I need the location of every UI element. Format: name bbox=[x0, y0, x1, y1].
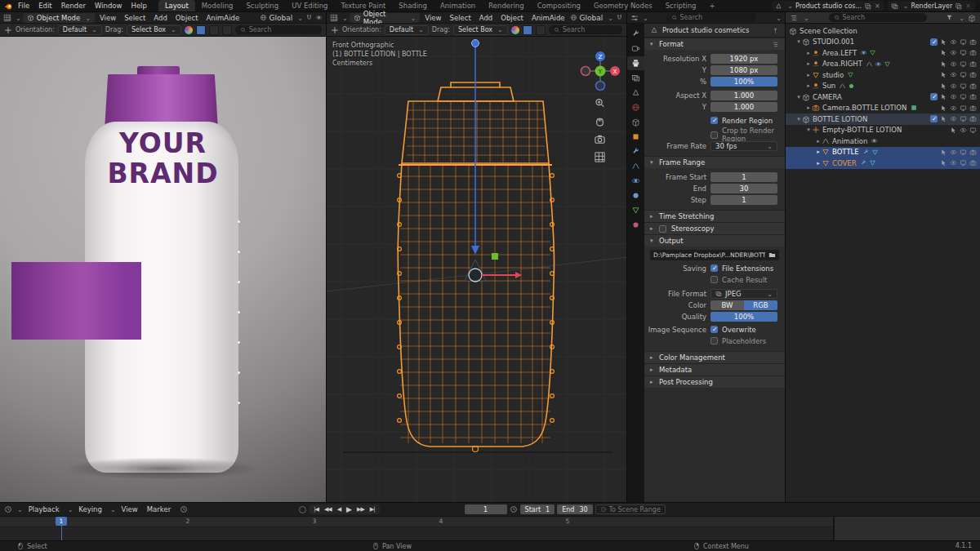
color-bw-button[interactable]: BW bbox=[710, 300, 744, 310]
pin-icon[interactable] bbox=[772, 27, 779, 34]
menu-select[interactable]: Select bbox=[121, 14, 149, 22]
render-disable-icon[interactable] bbox=[969, 93, 977, 100]
viewport-disable-icon[interactable] bbox=[960, 149, 967, 156]
tab-constraints[interactable] bbox=[627, 189, 644, 202]
menu-marker[interactable]: Marker bbox=[144, 505, 174, 513]
toolsettings-search[interactable]: Search bbox=[549, 25, 622, 34]
crop-render-region-checkbox[interactable] bbox=[710, 131, 718, 139]
shading-toggle-solid[interactable] bbox=[523, 25, 532, 35]
panel-format-header[interactable]: ▾Format bbox=[644, 38, 785, 50]
expand-icon[interactable]: ▸ bbox=[805, 60, 812, 67]
transform-orientation[interactable]: Global bbox=[270, 14, 293, 22]
hide-icon[interactable] bbox=[950, 49, 957, 56]
tab-compositing[interactable]: Compositing bbox=[531, 0, 587, 11]
menu-view[interactable]: View bbox=[96, 14, 119, 22]
expand-icon[interactable]: ▸ bbox=[815, 149, 822, 155]
viewport-disable-icon[interactable] bbox=[960, 38, 967, 46]
timeline-editor-icon[interactable] bbox=[4, 505, 12, 513]
new-scene-icon[interactable] bbox=[864, 2, 871, 10]
tab-animation[interactable]: Animation bbox=[434, 0, 482, 11]
new-view-layer-icon[interactable] bbox=[955, 2, 962, 10]
panel-post-processing-header[interactable]: ▸Post Processing bbox=[644, 375, 785, 388]
tab-view-layer[interactable] bbox=[627, 71, 644, 85]
properties-search[interactable]: Search bbox=[666, 13, 756, 22]
expand-icon[interactable]: ▸ bbox=[815, 138, 822, 144]
shading-toggle-solid[interactable] bbox=[196, 25, 206, 35]
menu-add[interactable]: Add bbox=[150, 14, 170, 22]
viewport-disable-icon[interactable] bbox=[960, 60, 967, 68]
hide-icon[interactable] bbox=[950, 71, 957, 78]
transform-orientation[interactable]: Global bbox=[580, 14, 604, 22]
blender-logo-icon[interactable] bbox=[4, 2, 13, 11]
snap-magnet-icon[interactable] bbox=[616, 14, 623, 21]
tab-sculpting[interactable]: Sculpting bbox=[239, 0, 285, 11]
tab-geometry-nodes[interactable]: Geometry Nodes bbox=[587, 0, 659, 11]
menu-file[interactable]: File bbox=[14, 2, 33, 10]
viewport-disable-icon[interactable] bbox=[960, 71, 967, 78]
row-cover[interactable]: ▸ COVER bbox=[786, 158, 980, 169]
view-layer-selector[interactable]: RenderLayer × bbox=[888, 1, 975, 11]
panel-output-header[interactable]: ▾Output bbox=[644, 234, 785, 247]
row-area-left[interactable]: ▸ Area.LEFT bbox=[786, 47, 980, 59]
mode-dropdown[interactable]: Object Mode bbox=[23, 13, 95, 23]
outliner-search[interactable]: Search bbox=[829, 13, 927, 22]
next-keyframe-button[interactable]: ▶▶ bbox=[354, 506, 367, 513]
row-bottle-lotion-collection[interactable]: ▾ BOTTLE LOTION bbox=[786, 113, 980, 125]
expand-icon[interactable]: ▾ bbox=[805, 127, 812, 133]
resolution-y-field[interactable]: 1080 px bbox=[710, 65, 777, 75]
expand-icon[interactable]: ▾ bbox=[795, 38, 802, 45]
tab-output[interactable] bbox=[627, 56, 644, 70]
expand-icon[interactable]: ▸ bbox=[805, 104, 812, 111]
menu-object[interactable]: Object bbox=[497, 14, 527, 22]
hide-icon[interactable] bbox=[950, 159, 957, 167]
menu-select[interactable]: Select bbox=[447, 14, 474, 22]
frame-start-field[interactable]: 1 bbox=[710, 172, 777, 182]
selectable-icon[interactable] bbox=[940, 115, 947, 122]
render-disable-icon[interactable] bbox=[969, 82, 977, 90]
tab-collection[interactable] bbox=[627, 115, 644, 129]
tab-modifiers[interactable] bbox=[627, 144, 644, 158]
tab-object[interactable] bbox=[627, 130, 644, 144]
new-collection-icon[interactable] bbox=[968, 14, 976, 22]
hide-icon[interactable] bbox=[950, 38, 957, 46]
menu-window[interactable]: Window bbox=[91, 2, 127, 10]
frame-start-field[interactable]: Start1 bbox=[520, 504, 555, 514]
resolution-x-field[interactable]: 1920 px bbox=[710, 54, 777, 64]
render-disable-icon[interactable] bbox=[969, 115, 977, 122]
tab-material[interactable] bbox=[627, 218, 644, 232]
row-empty-bottle-lotion[interactable]: ▾ Empty-BOTTLE LOTION bbox=[786, 125, 980, 136]
selectable-icon[interactable] bbox=[940, 82, 947, 90]
menu-object[interactable]: Object bbox=[172, 14, 202, 22]
folder-icon[interactable] bbox=[768, 251, 776, 259]
row-studio-collection[interactable]: ▾ STUDIO.001 bbox=[786, 37, 980, 48]
render-disable-icon[interactable] bbox=[969, 71, 977, 78]
material-color-icon[interactable] bbox=[511, 26, 519, 34]
unlink-scene-icon[interactable]: × bbox=[874, 2, 881, 10]
presets-icon[interactable] bbox=[772, 41, 779, 48]
expand-icon[interactable]: ▸ bbox=[815, 160, 822, 167]
scene-selector[interactable]: Product studio cos... × bbox=[772, 1, 884, 11]
placeholders-checkbox[interactable] bbox=[710, 337, 718, 344]
panel-metadata-header[interactable]: ▸Metadata bbox=[644, 363, 785, 375]
file-format-dropdown[interactable]: JPEG bbox=[710, 289, 777, 299]
tab-rendering[interactable]: Rendering bbox=[482, 0, 530, 11]
rendered-canvas[interactable]: YOUR BRAND bbox=[0, 37, 326, 502]
menu-add[interactable]: Add bbox=[476, 14, 496, 22]
viewport-disable-icon[interactable] bbox=[960, 93, 967, 100]
toolsettings-search[interactable]: Search bbox=[235, 25, 322, 34]
row-area-right[interactable]: ▸ Area.RIGHT bbox=[786, 59, 980, 70]
use-preview-range-icon[interactable] bbox=[510, 505, 518, 513]
viewport-disable-icon[interactable] bbox=[960, 115, 967, 122]
editor-type-icon[interactable] bbox=[3, 14, 11, 22]
hide-icon[interactable] bbox=[950, 115, 957, 122]
tab-layout[interactable]: Layout bbox=[158, 0, 195, 11]
panel-frame-range-header[interactable]: ▾Frame Range bbox=[644, 156, 785, 168]
hide-icon[interactable] bbox=[950, 93, 957, 100]
render-disable-icon[interactable] bbox=[969, 60, 977, 68]
move-tool-icon[interactable] bbox=[4, 26, 12, 34]
file-extensions-checkbox[interactable] bbox=[710, 264, 718, 272]
to-scene-range-button[interactable]: To Scene Range bbox=[595, 504, 666, 514]
hide-icon[interactable] bbox=[950, 149, 957, 156]
tab-physics[interactable] bbox=[627, 174, 644, 188]
tab-uv-editing[interactable]: UV Editing bbox=[285, 0, 334, 11]
